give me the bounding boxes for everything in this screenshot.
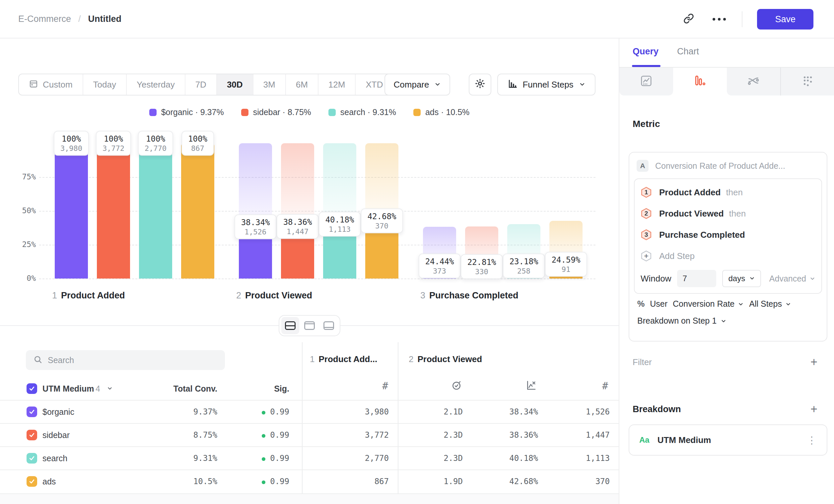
kebab-menu-icon[interactable]: ⋮ <box>807 434 817 446</box>
row-checkbox[interactable] <box>26 476 37 487</box>
funnel-bar-organic-step1[interactable] <box>55 143 88 278</box>
chart-type-tab-funnel-bars[interactable] <box>673 68 727 95</box>
link-icon <box>683 13 694 25</box>
query-step-3[interactable]: 3Purchase Completed <box>641 224 815 245</box>
metric-title-row[interactable]: A Conversion Rate of Product Adde... <box>637 160 819 172</box>
row-checkbox[interactable] <box>26 407 37 417</box>
table-row-search[interactable]: search9.31%0.992,7702.3D40.18%1,113 <box>0 446 619 469</box>
bar-pct: 38.36% <box>283 217 312 227</box>
step2-label: Product Viewed <box>417 354 482 364</box>
funnel-bar-search-step1[interactable] <box>139 143 172 278</box>
breakdown-item-utm-medium[interactable]: Aa UTM Medium ⋮ <box>629 425 827 456</box>
group-column-header[interactable]: UTM Medium <box>42 384 94 394</box>
advanced-toggle[interactable]: Advanced <box>769 274 815 283</box>
cell-sig: 0.99 <box>262 477 289 486</box>
cell-avg_time: 2.1D <box>443 407 463 416</box>
measure-scope-select[interactable]: All Steps <box>749 299 791 309</box>
cell-step2_conv: 38.36% <box>509 430 538 440</box>
y-axis-tick: 25% <box>9 240 36 249</box>
funnel-bar-ads-step1[interactable] <box>181 143 214 278</box>
table-step2-column-header: 2 Product Viewed <box>409 354 482 364</box>
measure-metric-label: Conversion Rate <box>673 299 734 309</box>
cell-sig: 0.99 <box>262 407 289 416</box>
save-button[interactable]: Save <box>757 9 813 29</box>
y-axis-tick: 75% <box>9 173 36 181</box>
step1-number: 1 <box>310 354 314 364</box>
cell-total_conv: 8.75% <box>193 430 217 440</box>
table-row-ads[interactable]: ads10.5%0.998671.9D42.68%370 <box>0 469 619 493</box>
row-checkbox[interactable] <box>26 430 37 440</box>
row-checkbox[interactable] <box>26 453 37 463</box>
bar-value-label: 23.18%258 <box>503 254 545 278</box>
chart-type-tabs <box>619 68 834 95</box>
add-breakdown-button[interactable]: + <box>810 403 817 415</box>
table-row-sidebar[interactable]: sidebar8.75%0.993,7722.3D38.36%1,447 <box>0 423 619 446</box>
cell-step2_count: 1,113 <box>586 454 610 463</box>
add-step-button[interactable]: + Add Step <box>641 245 815 267</box>
total-conv-header[interactable]: Total Conv. <box>174 384 217 394</box>
breakdown-item-label: UTM Medium <box>658 435 711 445</box>
avg-time-column-icon[interactable] <box>451 380 462 392</box>
chart-type-tab-line-chart[interactable] <box>619 68 673 95</box>
ellipsis-icon <box>712 18 726 21</box>
sig-header[interactable]: Sig. <box>274 384 289 394</box>
chevron-down-icon <box>809 274 815 283</box>
cell-step1_count: 3,772 <box>365 430 389 440</box>
bar-pct: 23.18% <box>509 257 539 266</box>
window-unit-select[interactable]: days <box>722 270 761 287</box>
measure-metric-select[interactable]: Conversion Rate <box>673 299 744 309</box>
topbar-actions: Save <box>681 0 813 39</box>
view-toggle-split[interactable] <box>281 317 299 334</box>
query-step-2[interactable]: 2Product Viewedthen <box>641 203 815 224</box>
cell-step2_count: 1,526 <box>586 407 610 416</box>
bar-pct: 40.18% <box>325 215 354 225</box>
step-hexagon-badge: 3 <box>641 229 652 240</box>
step-name: Product Added <box>61 291 125 301</box>
count-column-icon[interactable]: # <box>382 380 388 392</box>
bar-value-label: 24.59%91 <box>545 252 587 277</box>
cell-total_conv: 9.37% <box>193 407 217 416</box>
count-column-icon[interactable]: # <box>602 380 608 392</box>
measure-entity[interactable]: User <box>650 299 667 309</box>
cell-sig: 0.99 <box>262 454 289 463</box>
table-row-organic[interactable]: $organic9.37%0.993,9802.1D38.34%1,526 <box>0 400 619 423</box>
window-label: Window <box>641 274 671 284</box>
share-link-button[interactable] <box>681 11 697 27</box>
funnel-bar-sidebar-step1[interactable] <box>97 143 130 278</box>
conversion-column-icon[interactable] <box>526 380 536 392</box>
cell-avg_time: 2.3D <box>443 430 463 440</box>
measure-row: % User Conversion Rate All Steps <box>637 299 819 309</box>
more-menu-button[interactable] <box>711 11 727 27</box>
row-name: $organic <box>42 407 74 417</box>
chart-type-tab-flow[interactable] <box>727 68 781 95</box>
query-step-name: Product Added <box>659 187 721 198</box>
search-input[interactable] <box>48 356 218 365</box>
tab-chart[interactable]: Chart <box>677 46 699 57</box>
chart-type-tab-grid-dots[interactable] <box>781 68 834 95</box>
step2-number: 2 <box>409 354 413 364</box>
table-search[interactable] <box>26 350 225 370</box>
cell-avg_time: 2.3D <box>443 454 463 463</box>
step-number: 3 <box>420 291 425 301</box>
chevron-down-icon[interactable] <box>107 385 113 393</box>
select-all-checkbox[interactable] <box>26 383 37 394</box>
y-axis-tick: 0% <box>9 274 36 282</box>
bar-pct: 100% <box>145 134 167 143</box>
metric-card: A Conversion Rate of Product Adde... 1Pr… <box>629 152 827 342</box>
view-toggle-top-panel[interactable] <box>301 317 319 334</box>
metric-title: Conversion Rate of Product Adde... <box>655 161 785 171</box>
cell-step2_count: 370 <box>595 477 610 486</box>
chart-step-label-3: 3Purchase Completed <box>420 291 519 301</box>
window-value-input[interactable] <box>677 270 716 287</box>
add-filter-button[interactable]: + <box>810 356 817 368</box>
view-toggle-bottom-panel[interactable] <box>320 317 338 334</box>
breakdown-on-step-select[interactable]: Breakdown on Step 1 <box>637 316 819 326</box>
query-step-1[interactable]: 1Product Addedthen <box>641 182 815 203</box>
tab-query[interactable]: Query <box>633 46 659 57</box>
significance-dot <box>262 411 265 414</box>
bar-pct: 100% <box>60 134 82 143</box>
percent-icon: % <box>637 299 644 309</box>
bar-value-label: 100%3,980 <box>54 131 89 156</box>
bar-pct: 100% <box>103 134 125 143</box>
step-name: Product Viewed <box>245 291 312 301</box>
